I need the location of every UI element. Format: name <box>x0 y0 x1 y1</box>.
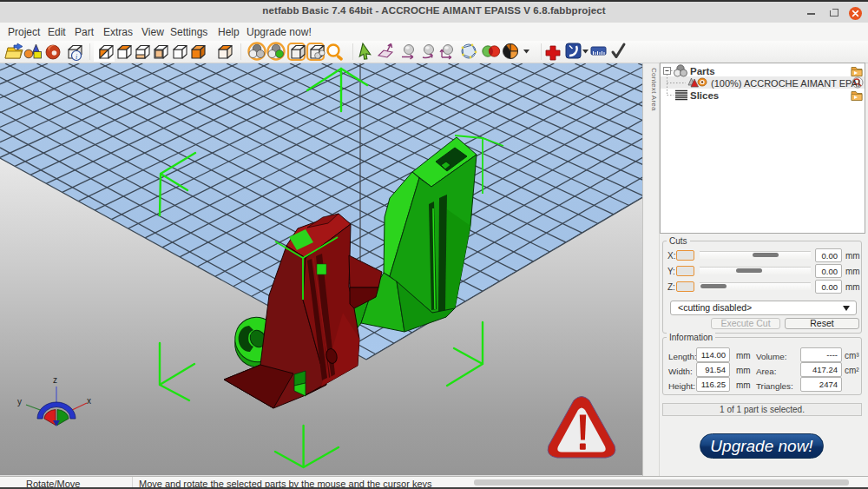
svg-text:x: x <box>87 396 91 406</box>
svg-text:y: y <box>17 397 22 406</box>
svg-text:i: i <box>76 53 77 61</box>
svg-text:z: z <box>53 375 57 385</box>
